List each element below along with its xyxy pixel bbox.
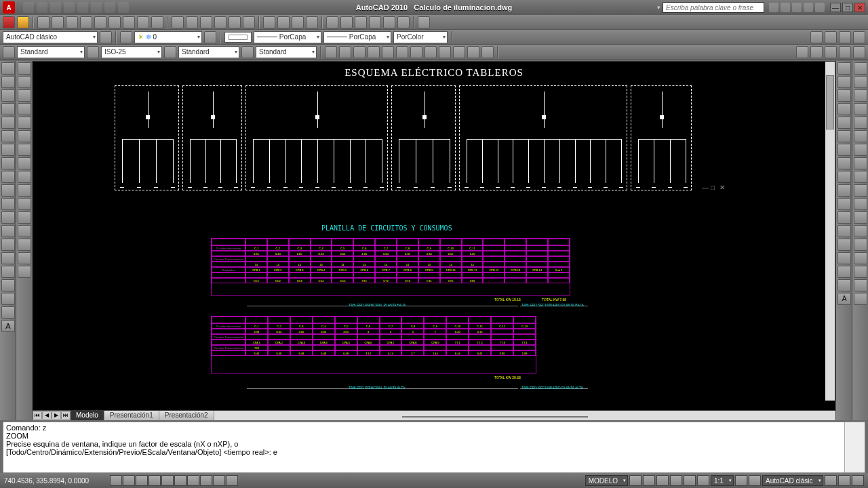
hide-icon[interactable] (810, 46, 823, 58)
app-icon[interactable]: A (3, 1, 15, 14)
move-icon[interactable] (18, 130, 31, 142)
calc-icon[interactable] (397, 16, 410, 28)
aa-icon[interactable]: A (837, 293, 851, 305)
pdf-icon[interactable] (3, 16, 15, 28)
tolerance-icon[interactable] (837, 225, 851, 237)
dyn-toggle[interactable] (200, 475, 212, 486)
open-icon[interactable] (52, 16, 64, 28)
dimspace-icon[interactable] (837, 198, 851, 210)
annovisibility-icon[interactable] (749, 475, 761, 486)
qat-print-icon[interactable] (91, 2, 102, 13)
xref-icon[interactable] (853, 31, 865, 43)
radius-icon[interactable] (425, 46, 437, 58)
ws-gear-icon[interactable] (100, 31, 112, 43)
dimrad-icon[interactable] (837, 117, 851, 129)
help-icon[interactable] (815, 3, 825, 12)
toolbar-lock-icon[interactable] (825, 475, 837, 486)
layer-mgr-icon[interactable] (120, 31, 132, 43)
qat-more-icon[interactable] (118, 2, 129, 13)
dimlin-icon[interactable] (837, 62, 851, 75)
break-icon[interactable] (18, 211, 31, 224)
textstyle-combo[interactable]: Standard (17, 46, 85, 58)
color-swatch[interactable] (224, 32, 252, 43)
dist-icon[interactable] (325, 46, 337, 58)
dimedit-icon[interactable] (837, 252, 851, 264)
gradient-icon[interactable] (1, 266, 15, 278)
snapnear-icon[interactable] (854, 239, 867, 251)
binoculars-icon[interactable] (769, 3, 778, 12)
qat-redo-icon[interactable] (77, 2, 88, 13)
mirror-icon[interactable] (18, 89, 31, 102)
circle-icon[interactable] (1, 144, 15, 156)
command-window[interactable]: Comando: z ZOOM Precise esquina de venta… (3, 422, 865, 473)
minimize-button[interactable]: — (830, 3, 841, 12)
annoscale-icon[interactable] (735, 475, 747, 486)
prop-icon[interactable] (326, 16, 338, 28)
tempsnap-icon[interactable] (854, 62, 867, 75)
osnap-toggle[interactable] (161, 475, 174, 486)
otrack-toggle[interactable] (174, 475, 186, 486)
render-icon[interactable] (796, 46, 808, 58)
dc-icon[interactable] (340, 16, 353, 28)
rect-icon[interactable] (1, 117, 15, 129)
lwt-toggle[interactable] (213, 475, 225, 486)
copy-icon[interactable] (137, 16, 149, 28)
lineweight-combo[interactable]: PorCapa (323, 31, 391, 43)
arc-icon[interactable] (1, 130, 15, 142)
preview-icon[interactable] (94, 16, 106, 28)
dimarc-icon[interactable] (837, 89, 851, 102)
ortho-toggle[interactable] (136, 475, 148, 486)
qat-new-icon[interactable] (23, 2, 34, 13)
table-icon[interactable] (1, 293, 15, 305)
help-dropdown-icon[interactable]: ▾ (657, 4, 660, 11)
sheet-icon[interactable] (369, 16, 381, 28)
drawing-canvas[interactable]: ESQUEMA ELÉCTRICO TABLEROS PLANILLA DE C… (33, 61, 835, 411)
plot-icon[interactable] (80, 16, 92, 28)
text-icon[interactable] (1, 306, 15, 319)
dimstyle-icon[interactable] (87, 46, 99, 58)
new-icon[interactable] (37, 16, 50, 28)
snapins-icon[interactable] (854, 211, 867, 224)
dimord-icon[interactable] (837, 103, 851, 115)
dimalign-icon[interactable] (837, 76, 851, 88)
mlstyle-combo[interactable]: Standard (256, 46, 317, 58)
layer-combo[interactable]: ☀ ❄ 0 (134, 31, 202, 43)
workspace-combo[interactable]: AutoCAD clásico (3, 31, 98, 43)
addsel-icon[interactable]: A (1, 320, 15, 332)
snapcen-icon[interactable] (854, 144, 867, 156)
status-icon[interactable] (453, 46, 465, 58)
cleanscreen-icon[interactable] (852, 475, 864, 486)
snapext-icon[interactable] (854, 130, 867, 142)
undo-icon[interactable] (229, 16, 241, 28)
hwaccel-icon[interactable] (838, 475, 850, 486)
paste-icon[interactable] (151, 16, 163, 28)
tab-layout1[interactable]: Presentación1 (104, 411, 159, 420)
dimcont-icon[interactable] (837, 184, 851, 197)
command-scrollbar[interactable] (844, 422, 865, 472)
qat-open-icon[interactable] (37, 2, 47, 13)
save-icon[interactable] (66, 16, 78, 28)
revcloud-icon[interactable] (1, 157, 15, 169)
osnap-settings-icon[interactable] (854, 266, 867, 278)
line-icon[interactable] (1, 62, 15, 75)
workspace-status-combo[interactable]: AutoCAD clásic (762, 475, 823, 486)
explode-icon[interactable] (18, 266, 31, 278)
block-icon[interactable] (186, 16, 198, 28)
zoom-win-icon[interactable] (292, 16, 304, 28)
dimbreak-icon[interactable] (837, 211, 851, 224)
block2-icon[interactable] (200, 16, 212, 28)
grid-toggle[interactable] (123, 475, 135, 486)
key-icon[interactable] (781, 3, 790, 12)
hatch-icon[interactable] (1, 252, 15, 264)
match-icon[interactable] (172, 16, 184, 28)
snapmid-icon[interactable] (854, 103, 867, 115)
scale-icon[interactable] (18, 157, 31, 169)
pline-icon[interactable] (1, 89, 15, 102)
publish-icon[interactable] (108, 16, 121, 28)
linetype-combo[interactable]: PorCapa (254, 31, 321, 43)
trim-icon[interactable] (18, 184, 31, 197)
dimbase-icon[interactable] (837, 171, 851, 183)
region2-icon[interactable] (1, 279, 15, 291)
point-draw-icon[interactable] (1, 239, 15, 251)
mtext-icon[interactable] (854, 279, 867, 291)
